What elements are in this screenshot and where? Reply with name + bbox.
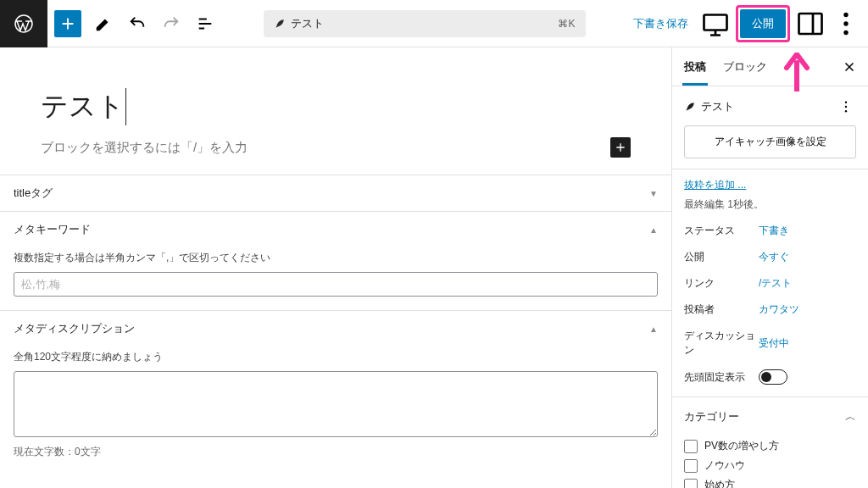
discussion-label: ディスカッション bbox=[684, 329, 759, 358]
block-placeholder[interactable]: ブロックを選択するには「/」を入力 bbox=[41, 140, 248, 156]
meta-description-count: 現在文字数：0文字 bbox=[14, 445, 658, 459]
feather-icon bbox=[684, 101, 696, 113]
publish-button[interactable]: 公開 bbox=[740, 9, 786, 38]
panel-title-tag-header[interactable]: titleタグ ▼ bbox=[0, 175, 671, 211]
preview-button[interactable] bbox=[700, 8, 731, 39]
chevron-up-icon: ▲ bbox=[649, 225, 658, 235]
category-list: PV数の増やし方 ノウハウ 始め方 bbox=[672, 436, 868, 488]
top-toolbar: テスト ⌘K 下書き保存 公開 bbox=[0, 0, 868, 47]
sidebar-close-button[interactable] bbox=[834, 52, 865, 82]
category-item[interactable]: PV数の増やし方 bbox=[684, 436, 856, 456]
svg-point-7 bbox=[845, 106, 847, 108]
inline-add-block-button[interactable] bbox=[610, 137, 631, 158]
undo-button[interactable] bbox=[122, 8, 153, 39]
sidebar-document-section: テスト アイキャッチ画像を設定 bbox=[672, 86, 868, 169]
editor-column: テスト ブロックを選択するには「/」を入力 titleタグ ▼ メタキーワード … bbox=[0, 47, 671, 488]
author-label: 投稿者 bbox=[684, 302, 759, 317]
author-value[interactable]: カワタツ bbox=[759, 302, 856, 317]
redo-button[interactable] bbox=[156, 8, 186, 39]
post-status-grid: ステータス 下書き 公開 今すぐ リンク /テスト 投稿者 カワタツ ディスカッ… bbox=[672, 220, 868, 396]
settings-sidebar: 投稿 ブロック テスト アイキャッチ画像を設定 抜粋を追加 ... 最終編集 1… bbox=[671, 47, 868, 488]
panel-title-tag: titleタグ ▼ bbox=[0, 175, 671, 211]
category-item-label: 始め方 bbox=[704, 478, 735, 488]
panel-meta-keywords-header[interactable]: メタキーワード ▲ bbox=[0, 212, 671, 247]
svg-rect-1 bbox=[704, 14, 727, 30]
svg-rect-2 bbox=[799, 14, 822, 34]
svg-point-3 bbox=[843, 12, 848, 16]
document-title-pill[interactable]: テスト ⌘K bbox=[264, 10, 586, 37]
checkbox-icon[interactable] bbox=[684, 440, 698, 453]
svg-point-8 bbox=[845, 110, 847, 112]
category-item-label: ノウハウ bbox=[704, 458, 745, 473]
meta-keywords-help: 複数指定する場合は半角カンマ「,」で区切ってください bbox=[14, 251, 658, 265]
status-value[interactable]: 下書き bbox=[759, 224, 856, 238]
category-panel-header[interactable]: カテゴリー ︿ bbox=[672, 396, 868, 436]
sidebar-toggle-button[interactable] bbox=[795, 8, 826, 39]
document-overview-button[interactable] bbox=[190, 8, 220, 39]
meta-description-input[interactable] bbox=[14, 371, 658, 437]
edit-mode-button[interactable] bbox=[88, 8, 119, 39]
category-label: カテゴリー bbox=[684, 409, 739, 424]
publish-label: 公開 bbox=[684, 250, 759, 264]
command-shortcut: ⌘K bbox=[558, 18, 575, 30]
panel-title-tag-label: titleタグ bbox=[14, 186, 53, 201]
publish-highlight: 公開 bbox=[736, 5, 790, 42]
save-draft-button[interactable]: 下書き保存 bbox=[626, 11, 695, 36]
category-item-label: PV数の増やし方 bbox=[704, 439, 779, 453]
sidebar-doc-options[interactable] bbox=[836, 97, 856, 117]
discussion-value[interactable]: 受付中 bbox=[759, 336, 856, 351]
panel-meta-description-header[interactable]: メタディスクリプション ▲ bbox=[0, 311, 671, 347]
panel-meta-description-label: メタディスクリプション bbox=[14, 321, 135, 336]
wordpress-logo[interactable] bbox=[0, 0, 47, 47]
toolbar-right-group: 下書き保存 公開 bbox=[626, 5, 868, 42]
document-title-text: テスト bbox=[291, 16, 324, 31]
feather-icon bbox=[274, 18, 286, 30]
post-title[interactable]: テスト bbox=[41, 88, 126, 125]
sidebar-tabs: 投稿 ブロック bbox=[672, 47, 868, 86]
panel-meta-keywords-label: メタキーワード bbox=[14, 222, 91, 237]
publish-value[interactable]: 今すぐ bbox=[759, 250, 856, 264]
panel-meta-description: メタディスクリプション ▲ 全角120文字程度に納めましょう 現在文字数：0文字 bbox=[0, 310, 671, 473]
options-button[interactable] bbox=[831, 8, 861, 39]
chevron-down-icon: ▼ bbox=[649, 189, 658, 198]
panel-meta-keywords: メタキーワード ▲ 複数指定する場合は半角カンマ「,」で区切ってください bbox=[0, 211, 671, 310]
meta-keywords-input[interactable] bbox=[14, 272, 658, 297]
category-item[interactable]: ノウハウ bbox=[684, 456, 856, 475]
svg-point-6 bbox=[845, 102, 847, 103]
sidebar-doc-title: テスト bbox=[701, 99, 734, 114]
add-excerpt-link[interactable]: 抜粋を追加 ... bbox=[672, 169, 868, 194]
checkbox-icon[interactable] bbox=[684, 479, 698, 489]
meta-description-help: 全角120文字程度に納めましょう bbox=[14, 350, 658, 364]
last-edited-text: 最終編集 1秒後。 bbox=[672, 194, 868, 220]
toolbar-left-group bbox=[47, 8, 222, 39]
tab-block[interactable]: ブロック bbox=[715, 49, 776, 85]
link-value[interactable]: /テスト bbox=[759, 276, 856, 291]
add-block-button[interactable] bbox=[54, 10, 81, 37]
svg-point-4 bbox=[843, 21, 848, 25]
chevron-up-icon: ▲ bbox=[649, 324, 658, 334]
sticky-toggle[interactable] bbox=[759, 369, 787, 385]
sticky-label: 先頭固定表示 bbox=[684, 370, 759, 385]
chevron-up-icon: ︿ bbox=[845, 409, 856, 424]
svg-point-5 bbox=[843, 30, 848, 34]
tab-post[interactable]: 投稿 bbox=[676, 49, 715, 85]
status-label: ステータス bbox=[684, 224, 759, 238]
link-label: リンク bbox=[684, 276, 759, 291]
category-item[interactable]: 始め方 bbox=[684, 475, 856, 488]
set-featured-image-button[interactable]: アイキャッチ画像を設定 bbox=[684, 125, 856, 158]
checkbox-icon[interactable] bbox=[684, 459, 698, 473]
